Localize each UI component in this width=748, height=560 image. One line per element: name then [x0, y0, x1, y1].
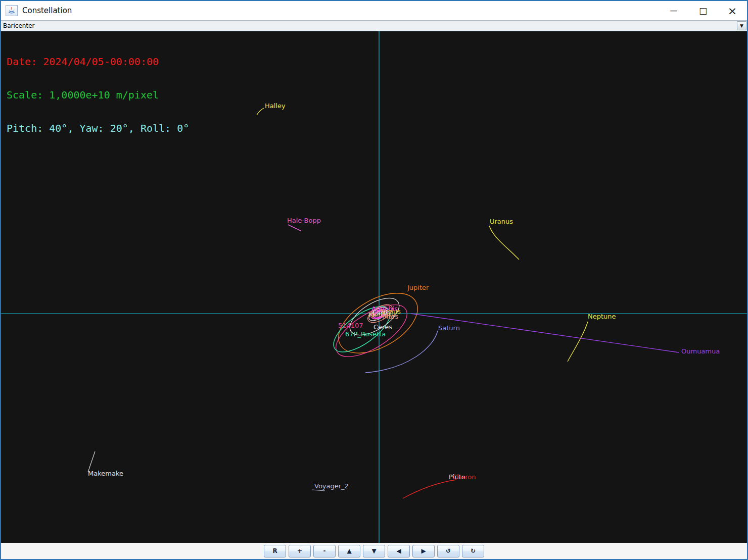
trail-makemake: [88, 451, 95, 472]
combobox-dropdown-arrow-icon[interactable]: ▼: [737, 21, 746, 30]
window-controls: — □ ×: [659, 1, 747, 20]
zoom-out-button[interactable]: -: [313, 545, 336, 557]
pitch-down-button[interactable]: ▼: [363, 545, 385, 557]
trail-neptune: [568, 322, 588, 362]
label-halley: Halley: [265, 102, 286, 110]
label-514107: 514107: [338, 322, 363, 329]
maximize-button[interactable]: □: [688, 1, 718, 20]
trail-hale-bopp: [288, 225, 301, 231]
yaw-left-button[interactable]: ◀: [388, 545, 410, 557]
label-67p-rosetta: 67P_Rosetta: [345, 330, 386, 338]
object-selector-combobox[interactable]: Baricenter ▼: [1, 20, 747, 31]
hud-scale: Scale: 1,0000e+10 m/pixel: [7, 89, 189, 100]
label-charon: Charon: [452, 473, 476, 481]
reset-view-button[interactable]: R: [264, 545, 286, 557]
label-ceres: Ceres: [373, 323, 392, 331]
label-uranus: Uranus: [490, 218, 513, 225]
view-control-toolbar: R + - ▲ ▼ ◀ ▶ ↺ ↻: [1, 543, 747, 559]
trail-voyager-2: [312, 490, 325, 491]
label-oumuamua: Oumuamua: [681, 347, 720, 355]
java-app-icon: [6, 5, 18, 16]
hud-date: Date: 2024/04/05-00:00:00: [7, 56, 189, 67]
trail-pluto-charon: [403, 480, 456, 498]
label-hale-bopp: Hale-Bopp: [287, 217, 321, 224]
rotate-ccw-button[interactable]: ↺: [437, 545, 459, 557]
label-saturn: Saturn: [438, 324, 460, 332]
trail-uranus: [489, 226, 519, 260]
java-coffee-cup-icon: [8, 7, 16, 15]
label-voyager-2: Voyager_2: [314, 482, 349, 490]
label-jupiter: Jupiter: [407, 284, 429, 291]
minimize-button[interactable]: —: [659, 1, 688, 20]
pitch-up-button[interactable]: ▲: [338, 545, 360, 557]
label-neptune: Neptune: [588, 313, 616, 320]
trail-halley: [257, 108, 264, 115]
label-makemake: Makemake: [88, 470, 123, 477]
app-window: Constellation — □ × Baricenter ▼: [0, 0, 748, 560]
window-title: Constellation: [22, 6, 72, 15]
object-selector-value: Baricenter: [1, 21, 736, 31]
title-bar: Constellation — □ ×: [1, 1, 747, 20]
space-view-canvas[interactable]: Date: 2024/04/05-00:00:00 Scale: 1,0000e…: [1, 31, 747, 543]
hud-overlay: Date: 2024/04/05-00:00:00 Scale: 1,0000e…: [7, 34, 189, 156]
close-button[interactable]: ×: [718, 1, 747, 20]
zoom-in-button[interactable]: +: [289, 545, 311, 557]
hud-orientation: Pitch: 40°, Yaw: 20°, Roll: 0°: [7, 123, 189, 134]
trail-oumuamua: [411, 314, 679, 352]
label-mars: Mars: [383, 313, 398, 320]
rotate-cw-button[interactable]: ↻: [462, 545, 484, 557]
yaw-right-button[interactable]: ▶: [412, 545, 435, 557]
